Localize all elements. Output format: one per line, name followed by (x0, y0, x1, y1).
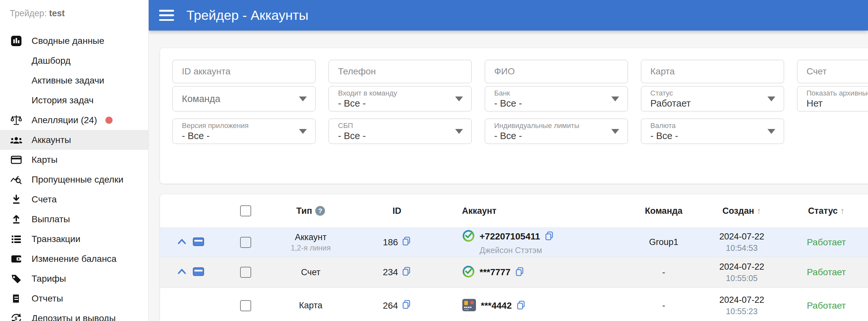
sidebar-item-tariffs[interactable]: Тарифы (0, 269, 148, 288)
sidebar-item-payouts[interactable]: Выплаты (0, 209, 148, 229)
row-status: Работает (781, 267, 868, 278)
sidebar-item-dashboard[interactable]: Дашборд (0, 51, 148, 71)
sidebar-item-appeals[interactable]: Апелляции (24) (0, 110, 148, 130)
sidebar-item-label: Дашборд (32, 56, 71, 66)
fio-input[interactable] (485, 60, 628, 83)
sbp-select[interactable]: СБП - Все - (329, 118, 472, 144)
scales-icon (10, 114, 23, 127)
row-created-time: 10:54:53 (703, 243, 781, 253)
sidebar-item-cards[interactable]: Карты (0, 150, 148, 170)
bank-card-icon (462, 298, 476, 313)
row-type: Карта (264, 300, 358, 311)
select-value: Работает (650, 98, 764, 109)
chevron-down-icon (299, 97, 307, 101)
help-icon[interactable]: ? (315, 206, 325, 216)
row-checkbox[interactable] (240, 300, 251, 311)
status-select[interactable]: Статус Работает (641, 86, 784, 111)
select-value: Нет (807, 98, 868, 109)
filter-row-2: Команда Входит в команду - Все - Банк - … (173, 86, 868, 111)
copy-icon[interactable] (402, 236, 411, 248)
sidebar-item-task-history[interactable]: История задач (0, 90, 148, 110)
sidebar-item-missed-deals[interactable]: Пропущенные сделки (0, 170, 148, 189)
sidebar-item-label: Выплаты (32, 214, 70, 224)
collapse-row-icon[interactable] (177, 268, 187, 277)
svg-text:$: $ (14, 316, 17, 321)
chevron-down-icon (611, 129, 619, 134)
row-checkbox[interactable] (240, 237, 251, 248)
select-value: - Все - (338, 98, 452, 109)
chevron-down-icon (611, 97, 619, 101)
row-status: Работает (781, 237, 868, 248)
row-type: Счет (264, 268, 358, 278)
invoice-input[interactable] (797, 60, 868, 83)
select-label: Показать архивные (807, 90, 868, 97)
sidebar-item-label: Транзакции (32, 234, 80, 244)
in-team-select[interactable]: Входит в команду - Все - (329, 86, 472, 111)
sidebar: Трейдер: test Сводные данные Дашборд Акт… (0, 0, 149, 321)
money-cycle-icon: $ (10, 312, 23, 321)
notification-dot (105, 117, 113, 124)
column-status[interactable]: Статус ↑ (781, 206, 868, 216)
row-status: Работает (781, 300, 868, 311)
wallet-icon (10, 252, 23, 265)
collapse-row-icon[interactable] (177, 238, 187, 247)
sidebar-item-balance-change[interactable]: Изменение баланса (0, 249, 148, 269)
copy-icon[interactable] (515, 267, 524, 278)
sidebar-item-summary[interactable]: Сводные данные (0, 31, 148, 51)
row-id: 264 (383, 300, 398, 311)
sort-asc-icon: ↑ (757, 206, 761, 216)
trader-username: test (49, 8, 65, 18)
sidebar-item-label: Сводные данные (32, 36, 104, 46)
row-created-date: 2024-07-22 (703, 262, 781, 272)
column-account: Аккаунт (436, 206, 625, 216)
team-select[interactable]: Команда (173, 86, 316, 111)
sidebar-item-label: Карты (32, 155, 58, 165)
row-team: - (625, 300, 703, 311)
sidebar-item-accounts[interactable]: Аккаунты (0, 130, 148, 150)
column-created-label: Создан (722, 206, 754, 216)
column-created[interactable]: Создан ↑ (703, 206, 781, 216)
list-icon (10, 233, 23, 246)
menu-icon[interactable] (159, 10, 174, 21)
sidebar-item-invoices[interactable]: Счета (0, 189, 148, 209)
row-account-holder: Джейсон Стэтэм (479, 246, 625, 255)
linked-card-icon[interactable] (193, 267, 204, 278)
individual-limits-select[interactable]: Индивидуальные лимиты - Все - (485, 118, 628, 144)
row-team: - (625, 268, 703, 278)
filter-row-1 (173, 60, 868, 83)
copy-icon[interactable] (545, 231, 554, 242)
sber-bank-icon (462, 229, 475, 244)
content: Команда Входит в команду - Все - Банк - … (149, 31, 868, 321)
select-value: Команда (182, 94, 220, 104)
select-label: Статус (650, 90, 764, 97)
main-area: Трейдер - Аккаунты Команда Входит в кома… (149, 0, 868, 321)
copy-icon[interactable] (516, 300, 525, 311)
sidebar-item-active-tasks[interactable]: Активные задачи (0, 71, 148, 90)
chart-search-icon (10, 173, 23, 186)
copy-icon[interactable] (402, 299, 411, 312)
column-status-label: Статус (808, 206, 838, 216)
sidebar-item-label: Изменение баланса (32, 254, 117, 264)
row-checkbox[interactable] (240, 267, 251, 278)
bar-chart-icon (10, 34, 23, 47)
sidebar-item-label: Счета (32, 194, 57, 205)
card-input[interactable] (641, 60, 784, 83)
sidebar-item-label: Апелляции (24) (32, 115, 97, 126)
sidebar-item-transactions[interactable]: Транзакции (0, 229, 148, 249)
bank-select[interactable]: Банк - Все - (485, 86, 628, 111)
select-label: Валюта (650, 122, 764, 130)
show-archived-select[interactable]: Показать архивные Нет (797, 86, 868, 111)
account-id-input[interactable] (173, 60, 316, 83)
app-version-select[interactable]: Версия приложения - Все - (173, 118, 316, 144)
people-icon (10, 134, 23, 146)
phone-input[interactable] (329, 60, 472, 83)
chevron-down-icon (455, 97, 463, 101)
sidebar-item-label: Отчеты (32, 293, 63, 304)
select-all-checkbox[interactable] (240, 205, 251, 216)
linked-card-icon[interactable] (193, 237, 204, 248)
row-created-time: 10:55:05 (703, 274, 781, 283)
sidebar-item-reports[interactable]: Отчеты (0, 288, 148, 308)
currency-select[interactable]: Валюта - Все - (641, 118, 784, 144)
sidebar-item-deposits[interactable]: $ Депозиты и выводы (0, 308, 148, 321)
copy-icon[interactable] (402, 266, 411, 279)
